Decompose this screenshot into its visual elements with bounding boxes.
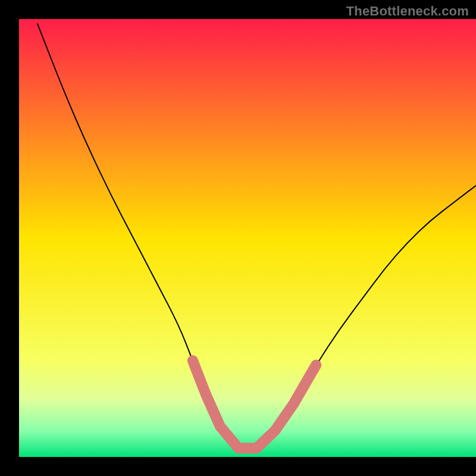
chart-frame: TheBottleneck.com bbox=[0, 0, 476, 476]
watermark-text: TheBottleneck.com bbox=[346, 4, 469, 19]
bottleneck-chart bbox=[0, 0, 476, 476]
plot-background bbox=[19, 19, 476, 457]
